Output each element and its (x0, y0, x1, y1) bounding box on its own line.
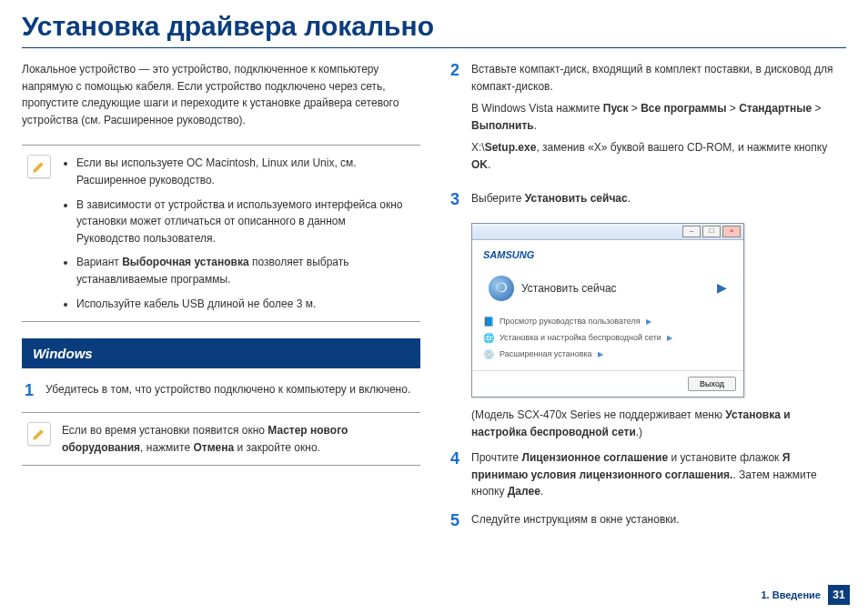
title-underline (22, 47, 846, 48)
step-body: Следуйте инструкциям в окне установки. (471, 511, 846, 531)
install-now-label: Установить сейчас (521, 280, 617, 297)
note-box-1: Если вы используете ОС Macintosh, Linux … (22, 145, 420, 322)
step-number: 3 (448, 190, 462, 213)
step-5: 5 Следуйте инструкциям в окне установки. (448, 511, 846, 531)
section-windows: Windows (22, 338, 420, 368)
step-1: 1 Убедитесь в том, что устройство подклю… (22, 381, 420, 401)
disc-small-icon: 💿 (483, 349, 494, 360)
brand-logo: SAMSUNG (483, 247, 732, 263)
exit-button[interactable]: Выход (688, 377, 736, 391)
page-footer: 1. Введение 31 (761, 585, 850, 605)
step-number: 1 (22, 381, 36, 401)
note-icon (27, 422, 51, 446)
install-now-row[interactable]: ❍ Установить сейчас ▶ (483, 272, 732, 305)
step-body: Убедитесь в том, что устройство подключе… (45, 381, 420, 401)
maximize-icon[interactable]: □ (702, 226, 721, 237)
note1-item: Используйте кабель USB длиной не более 3… (76, 296, 411, 313)
step-body: Вставьте компакт-диск, входящий в компле… (471, 61, 846, 179)
installer-dialog: – □ × SAMSUNG ❍ Установить сейчас ▶ 📘 Пр… (471, 223, 744, 398)
chapter-label: 1. Введение (761, 589, 821, 600)
intro-text: Локальное устройство — это устройство, п… (22, 61, 420, 128)
chevron-right-icon: ▶ (598, 349, 603, 360)
step-body: Выберите Установить сейчас. (471, 190, 846, 213)
dialog-footer: Выход (472, 370, 743, 397)
dialog-option[interactable]: 💿 Расширенная установка ▶ (483, 347, 732, 363)
left-column: Локальное устройство — это устройство, п… (22, 61, 420, 542)
note1-item: Вариант Выборочная установка позволяет в… (76, 254, 411, 287)
step-2: 2 Вставьте компакт-диск, входящий в комп… (448, 61, 846, 179)
globe-icon: 🌐 (483, 333, 494, 344)
play-icon: ▶ (717, 278, 727, 298)
step-number: 4 (448, 449, 462, 500)
dialog-option[interactable]: 📘 Просмотр руководства пользователя ▶ (483, 314, 732, 330)
step-4: 4 Прочтите Лицензионное соглашение и уст… (448, 449, 846, 500)
right-column: 2 Вставьте компакт-диск, входящий в комп… (448, 61, 846, 542)
page-number: 31 (828, 585, 850, 605)
step-body: Прочтите Лицензионное соглашение и устан… (471, 449, 846, 500)
dialog-titlebar: – □ × (472, 224, 743, 240)
disc-icon: ❍ (489, 276, 514, 301)
note-icon (27, 155, 51, 178)
step-number: 5 (448, 511, 462, 531)
note-box-2: Если во время установки появится окно Ма… (22, 412, 420, 466)
dialog-body: SAMSUNG ❍ Установить сейчас ▶ 📘 Просмотр… (472, 240, 743, 370)
note1-item: Если вы используете ОС Macintosh, Linux … (76, 155, 411, 188)
minimize-icon[interactable]: – (682, 226, 701, 237)
chevron-right-icon: ▶ (667, 333, 672, 344)
step3-note: (Модель SCX-470x Series не поддерживает … (471, 407, 846, 440)
step-number: 2 (448, 61, 462, 179)
book-icon: 📘 (483, 317, 494, 327)
chevron-right-icon: ▶ (646, 317, 651, 327)
close-icon[interactable]: × (722, 226, 741, 237)
page-title: Установка драйвера локально (0, 0, 868, 47)
note1-item: В зависимости от устройства и используем… (76, 196, 411, 247)
dialog-option[interactable]: 🌐 Установка и настройка беспроводной сет… (483, 330, 732, 347)
step-3: 3 Выберите Установить сейчас. (448, 190, 846, 213)
content-columns: Локальное устройство — это устройство, п… (0, 61, 868, 542)
